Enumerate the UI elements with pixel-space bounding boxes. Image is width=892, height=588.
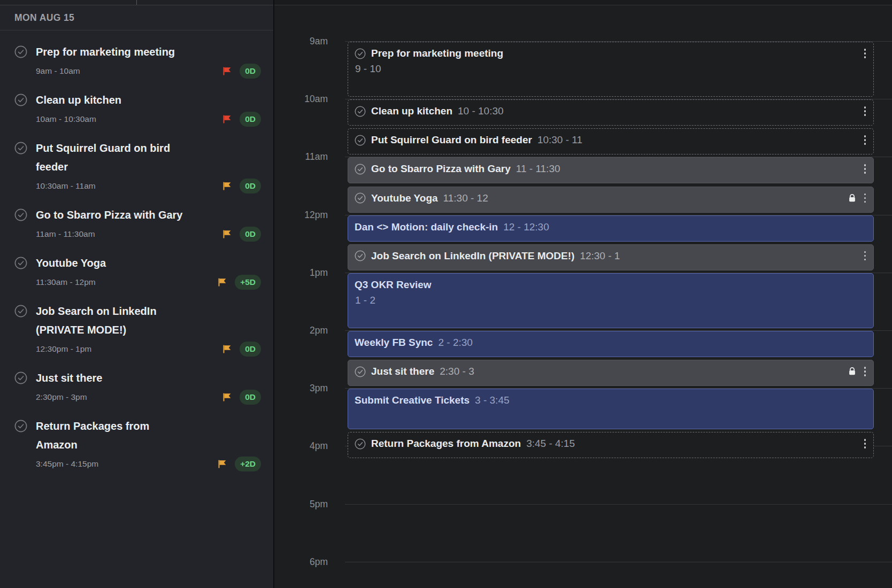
task-time: 2:30pm - 3pm [36, 392, 87, 402]
check-circle-icon[interactable] [355, 250, 366, 261]
event-icons [863, 438, 867, 449]
calendar-event[interactable]: Youtube Yoga 11:30 - 12 11:30 - 12 [348, 187, 874, 213]
event-menu-icon[interactable] [863, 106, 867, 117]
task-row[interactable]: Youtube Yoga 11:30am - 12pm +5D [14, 254, 261, 290]
hour-label: 9am [274, 35, 328, 47]
check-circle-icon[interactable] [14, 208, 27, 221]
hour-gridline [345, 562, 892, 562]
task-main: Return Packages from Amazon [14, 417, 261, 454]
task-title: Job Search on LinkedIn (PRIVATE MODE!) [36, 302, 157, 339]
task-list: Prep for marketing meeting 9am - 10am 0D… [0, 30, 273, 471]
event-icons [863, 251, 867, 261]
task-time: 9am - 10am [36, 66, 80, 76]
check-circle-icon[interactable] [14, 257, 27, 269]
task-row[interactable]: Put Squirrel Guard on bird feeder 10:30a… [14, 139, 261, 194]
hour-gridline [345, 504, 892, 505]
event-time: 3 - 3:45 [475, 394, 509, 406]
check-circle-icon[interactable] [14, 420, 27, 432]
task-time: 12:30pm - 1pm [36, 344, 91, 354]
task-row[interactable]: Go to Sbarro Pizza with Gary 11am - 11:3… [14, 206, 261, 242]
event-icons [863, 164, 867, 174]
event-title: Prep for marketing meeting [371, 48, 503, 59]
check-circle-icon[interactable] [355, 164, 366, 175]
event-menu-icon[interactable] [863, 366, 867, 377]
calendar-event[interactable]: Q3 OKR Review 1 - 2 1 - 2 [348, 273, 874, 328]
task-time: 10am - 10:30am [36, 114, 96, 124]
task-main: Job Search on LinkedIn (PRIVATE MODE!) [14, 302, 261, 339]
lock-icon [848, 194, 857, 203]
calendar-event[interactable]: Clean up kitchen 10 - 10:30 10 - 10:30 [348, 99, 874, 126]
flag-icon [221, 114, 232, 125]
check-circle-icon[interactable] [14, 94, 27, 106]
hour-label: 10am [274, 93, 328, 105]
task-row[interactable]: Return Packages from Amazon 3:45pm - 4:1… [14, 417, 261, 471]
task-main: Just sit there [14, 369, 261, 388]
task-main: Clean up kitchen [14, 91, 261, 110]
event-menu-icon[interactable] [863, 438, 867, 449]
event-title: Dan <> Motion: daily check-in [355, 221, 498, 233]
event-menu-icon[interactable] [863, 164, 867, 174]
event-line: Dan <> Motion: daily check-in 12 - 12:30 [348, 216, 873, 233]
calendar-event[interactable]: Dan <> Motion: daily check-in 12 - 12:30… [348, 215, 874, 242]
check-circle-icon[interactable] [355, 438, 366, 450]
check-circle-icon[interactable] [14, 372, 27, 384]
task-title: Just sit there [36, 369, 102, 388]
event-time-stacked: 1 - 2 [348, 291, 873, 306]
event-title: Put Squirrel Guard on bird feeder [371, 134, 532, 146]
event-menu-icon[interactable] [863, 251, 867, 261]
event-icons [848, 366, 867, 377]
calendar-event[interactable]: Job Search on LinkedIn (PRIVATE MODE!) 1… [348, 244, 874, 270]
task-row[interactable]: Clean up kitchen 10am - 10:30am 0D [14, 91, 261, 127]
task-meta: 10:30am - 11am 0D [14, 179, 261, 194]
event-menu-icon[interactable] [863, 48, 867, 59]
event-title: Submit Creative Tickets [355, 394, 470, 406]
check-circle-icon[interactable] [355, 192, 366, 204]
event-line: Clean up kitchen 10 - 10:30 [348, 100, 873, 117]
task-title: Prep for marketing meeting [36, 43, 175, 61]
check-circle-icon[interactable] [355, 106, 366, 117]
task-meta: 11:30am - 12pm +5D [14, 275, 261, 290]
check-circle-icon[interactable] [14, 305, 27, 318]
check-circle-icon[interactable] [14, 142, 27, 154]
event-line: Go to Sbarro Pizza with Gary 11 - 11:30 [348, 158, 873, 175]
task-row[interactable]: Just sit there 2:30pm - 3pm 0D [14, 369, 261, 405]
check-circle-icon[interactable] [14, 45, 27, 58]
calendar-event[interactable]: Go to Sbarro Pizza with Gary 11 - 11:30 … [348, 157, 874, 183]
task-row[interactable]: Prep for marketing meeting 9am - 10am 0D [14, 43, 261, 79]
calendar-event[interactable]: Prep for marketing meeting 9 - 10 9 - 10 [348, 42, 874, 97]
task-row[interactable]: Job Search on LinkedIn (PRIVATE MODE!) 1… [14, 302, 261, 357]
hour-label: 11am [274, 151, 328, 163]
check-circle-icon[interactable] [355, 366, 366, 377]
task-main: Youtube Yoga [14, 254, 261, 273]
event-line: Job Search on LinkedIn (PRIVATE MODE!) 1… [348, 245, 873, 262]
top-strip-divider [136, 0, 137, 5]
calendar-event[interactable]: Return Packages from Amazon 3:45 - 4:15 … [348, 432, 874, 458]
event-line: Return Packages from Amazon 3:45 - 4:15 [348, 432, 873, 450]
event-title: Return Packages from Amazon [371, 438, 521, 450]
calendar-event[interactable]: Just sit there 2:30 - 3 2:30 - 3 [348, 360, 874, 386]
task-title: Clean up kitchen [36, 91, 121, 110]
task-time: 11:30am - 12pm [36, 277, 96, 287]
event-menu-icon[interactable] [863, 135, 867, 145]
task-main: Put Squirrel Guard on bird feeder [14, 139, 261, 176]
task-meta: 11am - 11:30am 0D [14, 227, 261, 242]
flag-icon [221, 344, 232, 354]
event-menu-icon[interactable] [863, 193, 867, 204]
event-line: Just sit there 2:30 - 3 [348, 360, 873, 377]
event-time: 11 - 11:30 [516, 163, 560, 175]
hour-label: 12pm [274, 209, 328, 221]
calendar-event[interactable]: Submit Creative Tickets 3 - 3:45 3 - 3:4… [348, 389, 874, 429]
event-time: 12:30 - 1 [580, 250, 620, 262]
event-line: Q3 OKR Review 1 - 2 [348, 274, 873, 291]
check-circle-icon[interactable] [355, 135, 366, 146]
task-meta: 12:30pm - 1pm 0D [14, 342, 261, 357]
event-time: 2:30 - 3 [440, 366, 474, 377]
calendar-event[interactable]: Weekly FB Sync 2 - 2:30 2 - 2:30 [348, 331, 874, 357]
event-time: 11:30 - 12 [443, 192, 488, 204]
event-time: 3:45 - 4:15 [526, 438, 575, 450]
calendar-event[interactable]: Put Squirrel Guard on bird feeder 10:30 … [348, 128, 874, 154]
check-circle-icon[interactable] [355, 48, 366, 59]
task-sidebar: MON AUG 15 Prep for marketing meeting 9a… [0, 5, 273, 588]
hour-label: 2pm [274, 324, 328, 336]
hour-label: 1pm [274, 267, 328, 278]
